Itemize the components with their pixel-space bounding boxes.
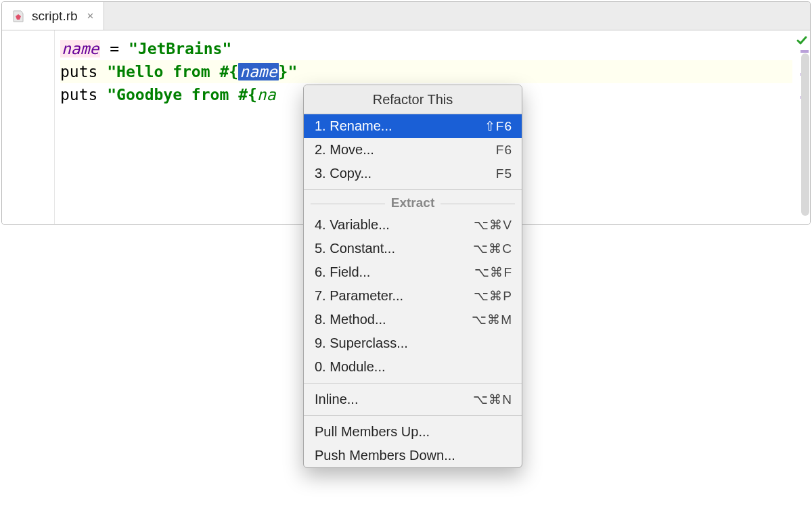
menu-item-label: 7. Parameter... [315,288,403,304]
refactor-menu-item[interactable]: Inline...⌥⌘N [304,388,522,411]
menu-item-label: 4. Variable... [315,217,390,233]
refactor-menu-item[interactable]: 6. Field...⌥⌘F [304,260,522,284]
code-line-1: name = "JetBrains" [60,37,792,60]
menu-item-shortcut: ⌥⌘N [473,392,512,407]
popup-separator [304,189,522,190]
refactor-menu-item[interactable]: 8. Method...⌥⌘M [304,308,522,331]
refactor-menu-item[interactable]: Pull Members Up... [304,420,522,444]
editor-right-strip [798,30,810,224]
tab-filename: script.rb [32,9,78,24]
variable-name: name [60,40,100,57]
refactor-menu-item[interactable]: 0. Module... [304,355,522,379]
selected-variable[interactable]: name [238,63,278,80]
editor-tabbar: script.rb × [2,2,810,30]
menu-item-label: 0. Module... [315,359,386,375]
popup-separator [304,383,522,384]
refactor-menu-item[interactable]: Push Members Down... [304,444,522,467]
menu-item-shortcut: ⌥⌘M [472,312,512,327]
popup-section-top: 1. Rename...⇧F62. Move...F63. Copy...F5 [304,114,522,185]
menu-item-label: 8. Method... [315,312,386,327]
menu-item-label: Inline... [315,392,358,407]
popup-title: Refactor This [304,85,522,114]
ruby-file-icon [12,9,25,23]
inspection-status-icon[interactable] [796,34,808,49]
menu-item-label: 2. Move... [315,142,374,158]
file-tab[interactable]: script.rb × [2,2,104,30]
popup-section-members: Pull Members Up...Push Members Down... [304,420,522,467]
popup-group-extract-label: Extract [304,194,522,213]
refactor-menu-item[interactable]: 2. Move...F6 [304,138,522,162]
editor-gutter [2,30,55,224]
menu-item-shortcut: ⌥⌘V [474,217,512,233]
refactor-menu-item[interactable]: 4. Variable...⌥⌘V [304,213,522,237]
refactor-menu-item[interactable]: 3. Copy...F5 [304,162,522,185]
menu-item-label: Pull Members Up... [315,424,430,440]
refactor-menu-item[interactable]: 5. Constant...⌥⌘C [304,237,522,260]
menu-item-shortcut: ⌥⌘F [474,264,512,280]
menu-item-shortcut: F6 [496,143,512,158]
menu-item-label: 3. Copy... [315,166,371,181]
scrollbar-thumb[interactable] [801,53,809,216]
code-line-2: puts "Hello from #{name}" [60,60,792,83]
refactor-this-popup: Refactor This 1. Rename...⇧F62. Move...F… [303,85,522,468]
menu-item-shortcut: ⌥⌘P [474,288,512,304]
menu-item-label: 9. Superclass... [315,335,408,351]
popup-section-extract: 4. Variable...⌥⌘V5. Constant...⌥⌘C6. Fie… [304,213,522,379]
menu-item-label: Push Members Down... [315,448,455,463]
usage-mark[interactable] [800,50,809,53]
menu-item-shortcut: ⇧F6 [484,118,512,134]
popup-separator [304,415,522,416]
refactor-menu-item[interactable]: 9. Superclass... [304,331,522,355]
tab-close-icon[interactable]: × [85,9,94,23]
menu-item-label: 6. Field... [315,264,370,280]
menu-item-shortcut: ⌥⌘C [473,241,512,256]
popup-section-inline: Inline...⌥⌘N [304,388,522,411]
menu-item-label: 1. Rename... [315,118,392,134]
menu-item-label: 5. Constant... [315,241,395,256]
menu-item-shortcut: F5 [496,166,512,181]
refactor-menu-item[interactable]: 7. Parameter...⌥⌘P [304,284,522,308]
refactor-menu-item[interactable]: 1. Rename...⇧F6 [304,114,522,138]
